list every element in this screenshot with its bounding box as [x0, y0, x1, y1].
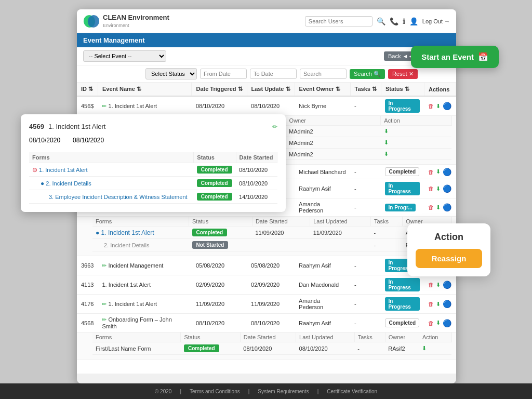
- status-badge: In Progr...: [385, 204, 415, 211]
- detail-icon[interactable]: 🔵: [443, 281, 451, 289]
- form-link[interactable]: 1. Incident 1st Alert: [39, 167, 88, 173]
- search-filter-input[interactable]: [300, 69, 347, 79]
- col-owner[interactable]: Event Owner ⇅: [295, 83, 350, 96]
- sub-col-owner: Owner: [385, 332, 419, 342]
- detail-icon[interactable]: 🔵: [443, 319, 451, 327]
- form-link[interactable]: 3. Employee Incident Description & Witne…: [49, 194, 188, 200]
- download-icon[interactable]: ⬇: [436, 103, 441, 110]
- start-event-button[interactable]: Start an Event 📅: [411, 46, 499, 68]
- col-id[interactable]: ID ⇅: [77, 83, 98, 96]
- to-date-input[interactable]: [250, 69, 297, 79]
- row-event-name: 1. Incident 1st Alert: [98, 275, 191, 295]
- delete-icon[interactable]: 🗑: [428, 320, 434, 326]
- delete-icon[interactable]: 🗑: [428, 103, 434, 109]
- logo-text: CLEAN Environment: [103, 14, 169, 21]
- col-last-update[interactable]: Last Update ⇅: [247, 83, 295, 96]
- card-form-row: ⊖ 1. Incident 1st Alert Completed 08/10/…: [29, 163, 277, 177]
- sub-download-icon[interactable]: ⬇: [384, 151, 389, 157]
- footer-cert[interactable]: Certificate Verification: [327, 389, 377, 394]
- form-status-badge: Completed: [197, 179, 232, 187]
- row-tasks: -: [350, 96, 381, 116]
- detail-icon[interactable]: 🔵: [443, 184, 451, 193]
- footer-year: © 2020: [155, 389, 171, 394]
- from-date-input[interactable]: [200, 69, 247, 79]
- search-users-input[interactable]: [305, 16, 373, 26]
- row-last-update: 11/09/2020: [247, 295, 295, 314]
- action-card: Action Reassign: [407, 223, 490, 276]
- row-actions: 🗑 ⬇ 🔵: [424, 96, 456, 116]
- edit-icon[interactable]: ✏: [102, 103, 107, 109]
- detail-icon[interactable]: 🔵: [443, 102, 451, 110]
- footer-divider: |: [180, 389, 181, 394]
- form-date-started: 08/10/2020: [236, 163, 277, 177]
- col-date-triggered[interactable]: Date Triggered ⇅: [192, 83, 247, 96]
- card-edit-icon[interactable]: ✏: [272, 123, 277, 130]
- info-icon[interactable]: ℹ: [403, 17, 405, 25]
- download-icon[interactable]: ⬇: [436, 282, 441, 288]
- logo-icon: [83, 14, 100, 29]
- reassign-button[interactable]: Reassign: [416, 249, 482, 268]
- row-id: 3663: [77, 256, 98, 275]
- sub-table-4175: Forms Status Date Started Last Updated T…: [92, 217, 452, 251]
- row-status: In Progress: [381, 275, 424, 295]
- delete-icon[interactable]: 🗑: [428, 301, 434, 307]
- delete-icon[interactable]: 🗑: [428, 204, 434, 210]
- logout-button[interactable]: Log Out →: [422, 18, 450, 24]
- col-tasks[interactable]: Tasks ⇅: [350, 83, 381, 96]
- detail-icon[interactable]: 🔵: [443, 300, 451, 308]
- download-icon[interactable]: ⬇: [436, 185, 441, 192]
- sub-owner: MAdmin2: [286, 137, 381, 149]
- edit-icon[interactable]: ✏: [102, 316, 107, 323]
- card-last-update: 08/10/2020: [73, 137, 104, 144]
- delete-icon[interactable]: 🗑: [428, 169, 434, 175]
- delete-icon[interactable]: 🗑: [428, 282, 434, 288]
- download-icon[interactable]: ⬇: [436, 320, 441, 326]
- sub-date-started: 11/09/2020: [252, 227, 310, 239]
- form-link[interactable]: 2. Incident Details: [46, 180, 91, 187]
- footer-terms[interactable]: Terms and Conditions: [190, 389, 240, 394]
- reset-button[interactable]: Reset ✕: [388, 69, 418, 79]
- row-actions: 🗑 ⬇ 🔵: [424, 314, 456, 332]
- row-owner: Amanda Pederson: [295, 295, 350, 314]
- row-id: 4113: [77, 275, 98, 295]
- col-status[interactable]: Status ⇅: [381, 83, 424, 96]
- footer: © 2020 | Terms and Conditions | System R…: [0, 383, 532, 399]
- delete-icon[interactable]: 🗑: [428, 185, 434, 192]
- form-status-badge: Completed: [197, 193, 232, 201]
- row-owner: Nick Byrne: [295, 96, 350, 116]
- action-card-title: Action: [416, 232, 482, 243]
- sub-row: 2. Incident Details Not Started - RAsif.…: [92, 239, 451, 251]
- row-event-name: ✏ Incident Management: [98, 256, 191, 275]
- status-filter[interactable]: Select Status: [145, 68, 197, 79]
- select-event-dropdown[interactable]: -- Select Event --: [83, 50, 166, 62]
- detail-icon[interactable]: 🔵: [443, 168, 451, 176]
- sub-download-icon[interactable]: ⬇: [422, 345, 427, 351]
- row-status: Completed: [381, 314, 424, 332]
- sub-col-tasks: Tasks: [370, 217, 402, 227]
- col-event-name[interactable]: Event Name ⇅: [98, 83, 191, 96]
- row-status: In Progress: [381, 179, 424, 198]
- card-id: 4569: [29, 123, 44, 130]
- sub-col-forms: Forms: [92, 217, 189, 227]
- start-event-label: Start an Event: [421, 52, 474, 61]
- search-button[interactable]: Search 🔍: [350, 69, 385, 79]
- sub-owner: MAdmin2: [286, 126, 381, 137]
- user-icon[interactable]: 👤: [409, 17, 418, 25]
- sub-tasks: -: [370, 227, 402, 239]
- row-event-name: ✏ Onboarding Form – John Smith: [98, 314, 191, 332]
- phone-icon[interactable]: 📞: [390, 17, 398, 25]
- download-icon[interactable]: ⬇: [436, 168, 441, 175]
- edit-icon[interactable]: ✏: [102, 262, 107, 269]
- download-icon[interactable]: ⬇: [436, 301, 441, 308]
- footer-system[interactable]: System Requirements: [258, 389, 309, 394]
- sub-col-date-started: Date Started: [240, 332, 296, 342]
- detail-icon[interactable]: 🔵: [443, 203, 451, 211]
- row-event-name: ✏ 1. Incident 1st Alert: [98, 295, 191, 314]
- edit-icon[interactable]: ✏: [102, 301, 107, 307]
- download-icon[interactable]: ⬇: [436, 204, 441, 211]
- sub-download-icon[interactable]: ⬇: [384, 139, 389, 145]
- table-row: 4568 ✏ Onboarding Form – John Smith 08/1…: [77, 314, 456, 332]
- sub-download-icon[interactable]: ⬇: [384, 128, 389, 134]
- sub-col-last-updated: Last Updated: [296, 332, 355, 342]
- row-status: In Progress: [381, 295, 424, 314]
